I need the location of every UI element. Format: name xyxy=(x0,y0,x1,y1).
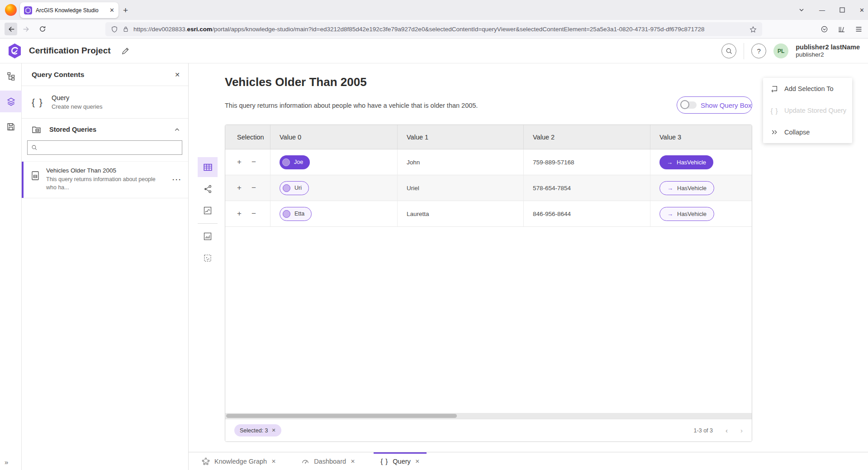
close-tab-icon[interactable]: ✕ xyxy=(271,458,276,465)
next-page-icon[interactable]: › xyxy=(740,427,743,434)
remove-from-selection-icon[interactable]: − xyxy=(251,183,256,192)
menu-item-add-selection-to[interactable]: Add Selection To xyxy=(763,78,852,100)
horizontal-scrollbar[interactable] xyxy=(225,413,752,419)
list-tabs-chevron-icon[interactable] xyxy=(798,7,805,13)
select-tool-button[interactable] xyxy=(198,248,218,268)
stored-query-item[interactable]: Vehicles Older Than 2005 This query retu… xyxy=(22,161,188,198)
results-table: Selection Value 0 Value 1 Value 2 Value … xyxy=(225,125,752,442)
pagination-label: 1-3 of 3 xyxy=(694,427,713,434)
knowledge-studio-logo-icon[interactable] xyxy=(6,43,23,59)
firefox-logo-icon[interactable] xyxy=(5,4,17,16)
bookmark-star-icon[interactable] xyxy=(749,26,757,33)
table-row: + − Joe John 759-889-57168 → HasVehicle xyxy=(225,149,752,175)
add-to-selection-icon[interactable]: + xyxy=(237,209,242,218)
scrollbar-thumb[interactable] xyxy=(226,414,457,418)
contents-layers-button[interactable] xyxy=(0,91,22,112)
map-view-button[interactable] xyxy=(198,201,218,221)
entity-dot-icon xyxy=(282,158,290,166)
help-button[interactable]: ? xyxy=(751,43,766,58)
page-title: Vehicles Older Than 2005 xyxy=(225,75,367,89)
data-model-button[interactable] xyxy=(0,65,22,87)
remove-from-selection-icon[interactable]: − xyxy=(251,158,256,167)
tab-knowledge-graph[interactable]: Knowledge Graph ✕ xyxy=(195,452,283,470)
lock-icon[interactable] xyxy=(123,26,129,33)
search-icon xyxy=(726,48,733,55)
column-header-selection[interactable]: Selection xyxy=(225,125,270,149)
back-button[interactable] xyxy=(5,23,17,35)
new-tab-button[interactable]: + xyxy=(123,5,128,15)
tab-close-icon[interactable]: ✕ xyxy=(109,7,114,13)
link-chart-view-button[interactable] xyxy=(198,179,218,199)
reload-button[interactable] xyxy=(36,23,49,35)
content-tabbar: Knowledge Graph ✕ Dashboard ✕ { } Query … xyxy=(189,452,868,470)
search-icon xyxy=(31,144,38,151)
arcgis-favicon-icon xyxy=(24,6,32,14)
tab-query[interactable]: { } Query ✕ xyxy=(374,452,427,470)
chevron-up-icon[interactable] xyxy=(174,127,180,133)
panel-close-icon[interactable]: ✕ xyxy=(175,71,180,78)
entity-dot-icon xyxy=(283,184,290,192)
left-rail: » xyxy=(0,63,22,470)
entity-pill[interactable]: Uri xyxy=(280,181,309,195)
column-header-value0[interactable]: Value 0 xyxy=(270,125,398,149)
menu-item-collapse[interactable]: Collapse xyxy=(763,121,852,143)
close-tab-icon[interactable]: ✕ xyxy=(351,458,355,465)
relationship-pill[interactable]: → HasVehicle xyxy=(659,181,714,195)
stored-queries-search[interactable] xyxy=(27,140,182,155)
selected-indicator xyxy=(22,162,24,198)
table-view-button[interactable] xyxy=(198,157,218,177)
column-header-value2[interactable]: Value 2 xyxy=(524,125,650,149)
tab-title: ArcGIS Knowledge Studio xyxy=(36,7,106,14)
column-header-value1[interactable]: Value 1 xyxy=(398,125,524,149)
stored-queries-header[interactable]: Stored Queries xyxy=(22,119,188,139)
table-icon xyxy=(203,163,213,172)
tab-dashboard[interactable]: Dashboard ✕ xyxy=(294,452,362,470)
show-query-box-toggle[interactable]: Show Query Box xyxy=(677,96,752,114)
search-input[interactable] xyxy=(41,144,178,151)
cell-phone: 578-654-7854 xyxy=(524,175,650,201)
selection-dashed-icon xyxy=(203,254,212,263)
expand-rail-button[interactable]: » xyxy=(0,456,22,468)
new-query-item[interactable]: { } Query Create new queries xyxy=(22,86,188,119)
window-maximize-button[interactable] xyxy=(840,7,845,13)
relationship-arrow-icon: → xyxy=(667,211,673,217)
user-name: publisher2 lastName xyxy=(796,43,860,51)
selected-count-chip[interactable]: Selected: 3 ✕ xyxy=(234,424,281,436)
item-options-icon[interactable]: ··· xyxy=(172,176,182,183)
cell-name: Uriel xyxy=(398,175,524,201)
toggle-knob xyxy=(680,100,689,109)
close-tab-icon[interactable]: ✕ xyxy=(415,458,420,465)
save-button[interactable] xyxy=(0,116,22,138)
tracking-shield-icon[interactable] xyxy=(111,26,118,33)
entity-pill[interactable]: Joe xyxy=(280,155,310,169)
user-avatar[interactable]: PL xyxy=(773,43,788,58)
cell-name: Lauretta xyxy=(398,201,524,226)
column-header-value3[interactable]: Value 3 xyxy=(650,125,752,149)
previous-page-icon[interactable]: ‹ xyxy=(726,427,728,434)
window-close-button[interactable]: ✕ xyxy=(859,7,864,13)
forward-button[interactable] xyxy=(20,23,33,35)
add-to-selection-icon[interactable]: + xyxy=(237,158,242,167)
toggle-switch[interactable] xyxy=(681,101,697,109)
remove-from-selection-icon[interactable]: − xyxy=(251,209,256,218)
clear-selection-icon[interactable]: ✕ xyxy=(272,427,276,433)
user-username: publisher2 xyxy=(796,51,860,59)
cell-phone: 759-889-57168 xyxy=(524,149,650,175)
relationship-pill[interactable]: → HasVehicle xyxy=(659,207,714,221)
table-header-row: Selection Value 0 Value 1 Value 2 Value … xyxy=(225,125,752,149)
add-to-selection-icon[interactable]: + xyxy=(237,183,242,192)
browser-tab-active[interactable]: ArcGIS Knowledge Studio ✕ xyxy=(20,2,119,18)
map-overview-button[interactable] xyxy=(198,226,218,246)
menu-hamburger-icon[interactable] xyxy=(855,25,863,33)
pocket-icon[interactable] xyxy=(821,25,828,33)
project-title: Certification Project xyxy=(29,46,111,56)
edit-pencil-icon[interactable] xyxy=(121,47,130,55)
window-minimize-button[interactable]: — xyxy=(819,7,825,13)
url-bar[interactable]: https://dev0028833.esri.com/portal/apps/… xyxy=(105,22,762,36)
search-button[interactable] xyxy=(721,43,736,58)
library-icon[interactable] xyxy=(838,25,845,33)
relationship-pill[interactable]: → HasVehicle xyxy=(659,155,713,169)
braces-icon: { } xyxy=(380,457,388,465)
browser-tabstrip: ArcGIS Knowledge Studio ✕ + — ✕ xyxy=(0,0,868,20)
entity-pill[interactable]: Etta xyxy=(280,207,312,221)
